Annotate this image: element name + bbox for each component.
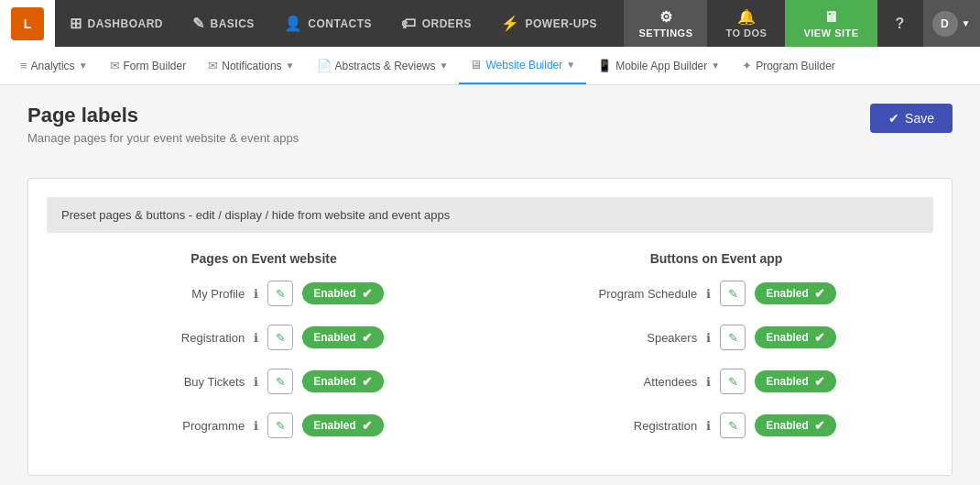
page-subtitle: Manage pages for your event website & ev…: [27, 131, 299, 145]
edit-icon: ✎: [728, 375, 738, 389]
speakers-status: Enabled: [766, 331, 809, 344]
save-checkmark-icon: ✔: [888, 111, 899, 126]
card-header: Preset pages & buttons - edit / display …: [47, 197, 933, 233]
attendees-info-icon[interactable]: ℹ: [706, 375, 711, 389]
registration-edit-button[interactable]: ✎: [267, 325, 293, 350]
speakers-enabled-badge[interactable]: Enabled ✔: [755, 326, 836, 348]
list-item: Programme ℹ ✎ Enabled ✔: [47, 413, 481, 438]
buy-tickets-info-icon[interactable]: ℹ: [254, 375, 258, 389]
speakers-info-icon[interactable]: ℹ: [706, 331, 711, 345]
notifications-icon: ✉: [208, 59, 218, 72]
page-labels-card: Preset pages & buttons - edit / display …: [27, 178, 953, 476]
registration-btn-info-icon[interactable]: ℹ: [706, 419, 711, 433]
nav-user[interactable]: D ▼: [923, 0, 980, 47]
registration-btn-enabled-badge[interactable]: Enabled ✔: [755, 414, 836, 436]
abstracts-icon: 📄: [317, 59, 332, 72]
list-item: Registration ℹ ✎ Enabled ✔: [499, 413, 933, 438]
left-column-header: Pages on Event website: [47, 251, 481, 266]
nav-contacts[interactable]: 👤 CONTACTS: [269, 0, 387, 47]
subnav-formbuilder[interactable]: ✉ Form Builder: [99, 47, 198, 84]
attendees-enabled-badge[interactable]: Enabled ✔: [755, 370, 836, 392]
programme-enabled-badge[interactable]: Enabled ✔: [302, 414, 384, 436]
nav-powerups[interactable]: ⚡ POWER-UPs: [486, 0, 612, 47]
nav-dashboard-label: DASHBOARD: [88, 17, 164, 30]
page-title: Page labels: [27, 104, 299, 127]
subnav-analytics[interactable]: ≡ Analytics ▼: [9, 47, 99, 84]
buy-tickets-check-icon: ✔: [362, 374, 373, 389]
attendees-edit-button[interactable]: ✎: [720, 369, 746, 394]
buy-tickets-enabled-badge[interactable]: Enabled ✔: [302, 370, 384, 392]
registration-btn-label: Registration: [596, 419, 697, 433]
list-item: Speakers ℹ ✎ Enabled ✔: [499, 325, 933, 350]
settings-icon: ⚙: [659, 8, 673, 26]
registration-btn-check-icon: ✔: [814, 418, 825, 433]
my-profile-enabled-badge[interactable]: Enabled ✔: [302, 282, 384, 304]
top-nav-items: ⊞ DASHBOARD ✎ BASICS 👤 CONTACTS 🏷 ORDERS…: [55, 0, 980, 47]
registration-info-icon[interactable]: ℹ: [254, 331, 258, 345]
program-schedule-edit-button[interactable]: ✎: [720, 281, 746, 306]
main-content: Page labels Manage pages for your event …: [0, 85, 980, 485]
registration-label: Registration: [144, 331, 245, 345]
speakers-check-icon: ✔: [814, 330, 825, 345]
websitebuilder-icon: 🖥: [470, 58, 482, 72]
program-schedule-info-icon[interactable]: ℹ: [706, 287, 711, 301]
subnav-notifications[interactable]: ✉ Notifications ▼: [197, 47, 305, 84]
list-item: Buy Tickets ℹ ✎ Enabled ✔: [47, 369, 481, 394]
left-column: Pages on Event website My Profile ℹ ✎ En…: [47, 251, 481, 457]
chevron-down-icon: ▼: [962, 18, 971, 28]
mobileapp-icon: 📱: [597, 59, 612, 72]
attendees-status: Enabled: [766, 375, 809, 388]
subnav-websitebuilder[interactable]: 🖥 Website Builder ▼: [459, 47, 586, 84]
edit-icon: ✎: [276, 331, 286, 345]
programme-label: Programme: [144, 419, 245, 433]
subnav-programbuilder-label: Program Builder: [756, 60, 835, 72]
nav-orders[interactable]: 🏷 ORDERS: [387, 0, 486, 47]
nav-todos[interactable]: 🔔 TO DOs: [707, 0, 785, 47]
save-button[interactable]: ✔ Save: [870, 104, 953, 133]
mobileapp-chevron-icon: ▼: [711, 61, 720, 71]
registration-check-icon: ✔: [362, 330, 373, 345]
nav-basics[interactable]: ✎ BASICS: [178, 0, 269, 47]
nav-dashboard[interactable]: ⊞ DASHBOARD: [55, 0, 178, 47]
buy-tickets-edit-button[interactable]: ✎: [267, 369, 293, 394]
nav-help[interactable]: ?: [877, 0, 923, 47]
program-schedule-enabled-badge[interactable]: Enabled ✔: [755, 282, 836, 304]
speakers-edit-button[interactable]: ✎: [720, 325, 746, 350]
subnav-programbuilder[interactable]: ✦ Program Builder: [731, 47, 846, 84]
nav-powerups-label: POWER-UPs: [525, 17, 597, 30]
edit-icon: ✎: [276, 287, 286, 301]
subnav-mobileapp-label: Mobile App Builder: [615, 60, 707, 72]
programme-status: Enabled: [313, 419, 356, 432]
page-header-text: Page labels Manage pages for your event …: [27, 104, 299, 160]
nav-viewsite[interactable]: 🖥 VIEW SITE: [785, 0, 877, 47]
analytics-icon: ≡: [20, 59, 27, 72]
registration-status: Enabled: [313, 331, 356, 344]
user-avatar: D: [932, 11, 958, 37]
right-column: Buttons on Event app Program Schedule ℹ …: [499, 251, 933, 457]
my-profile-check-icon: ✔: [362, 286, 373, 301]
analytics-chevron-icon: ▼: [79, 61, 88, 71]
programme-info-icon[interactable]: ℹ: [254, 419, 258, 433]
subnav-abstracts-label: Abstracts & Reviews: [335, 60, 436, 72]
buy-tickets-status: Enabled: [313, 375, 356, 388]
nav-viewsite-label: VIEW SITE: [803, 28, 858, 39]
my-profile-info-icon[interactable]: ℹ: [254, 287, 258, 301]
programme-edit-button[interactable]: ✎: [267, 413, 293, 438]
subnav-mobileapp[interactable]: 📱 Mobile App Builder ▼: [586, 47, 731, 84]
programbuilder-icon: ✦: [742, 59, 752, 72]
my-profile-edit-button[interactable]: ✎: [267, 281, 293, 306]
nav-settings[interactable]: ⚙ SETTINGS: [624, 0, 707, 47]
sub-nav: ≡ Analytics ▼ ✉ Form Builder ✉ Notificat…: [0, 47, 980, 85]
columns-container: Pages on Event website My Profile ℹ ✎ En…: [47, 251, 933, 457]
nav-settings-label: SETTINGS: [638, 28, 692, 39]
notifications-chevron-icon: ▼: [286, 61, 295, 71]
registration-btn-edit-button[interactable]: ✎: [720, 413, 746, 438]
subnav-abstracts[interactable]: 📄 Abstracts & Reviews ▼: [306, 47, 460, 84]
speakers-label: Speakers: [596, 331, 697, 345]
contacts-icon: 👤: [284, 15, 303, 32]
registration-enabled-badge[interactable]: Enabled ✔: [302, 326, 384, 348]
nav-contacts-label: CONTACTS: [308, 17, 372, 30]
my-profile-label: My Profile: [144, 287, 245, 301]
edit-icon: ✎: [276, 419, 286, 433]
logo[interactable]: L: [0, 0, 55, 47]
